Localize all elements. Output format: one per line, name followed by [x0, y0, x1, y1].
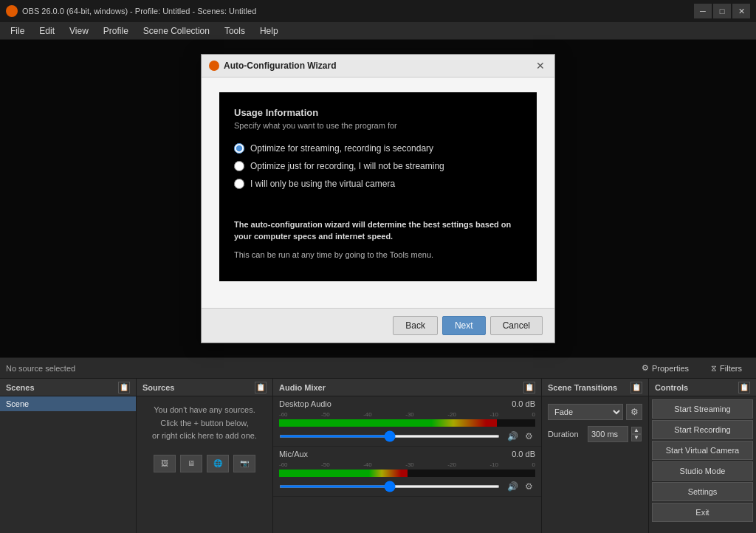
dialog-obs-icon [209, 61, 219, 71]
dialog-overlay: Auto-Configuration Wizard ✕ Usage Inform… [0, 40, 756, 357]
desktop-audio-controls: 🔊 ⚙ [279, 430, 535, 443]
menu-profile[interactable]: Profile [96, 24, 136, 38]
start-recording-button[interactable]: Start Recording [652, 420, 753, 439]
scenes-config-button[interactable]: 📋 [118, 382, 130, 393]
start-virtual-camera-button[interactable]: Start Virtual Camera [652, 441, 753, 460]
menu-file[interactable]: File [3, 24, 32, 38]
title-bar-controls: ─ □ ✕ [694, 4, 750, 18]
no-sources-text: You don't have any sources.Click the + b… [137, 396, 272, 450]
duration-arrows: ▲ ▼ [631, 427, 642, 441]
menu-view[interactable]: View [62, 24, 96, 38]
transition-settings-button[interactable]: ⚙ [626, 404, 642, 420]
desktop-audio-channel: Desktop Audio 0.0 dB -60 -50 -40 -30 -20… [273, 396, 541, 447]
sources-title: Sources [142, 383, 174, 392]
radio-recording[interactable] [234, 161, 244, 171]
source-bar: No source selected ⚙ Properties ⧖ Filter… [0, 358, 756, 379]
cancel-button[interactable]: Cancel [490, 316, 543, 335]
scene-item[interactable]: Scene [0, 396, 136, 411]
transitions-config-button[interactable]: 📋 [630, 382, 642, 393]
filters-tab[interactable]: ⧖ Filters [703, 361, 750, 375]
menu-tools[interactable]: Tools [217, 24, 252, 38]
radio-option-3[interactable]: I will only be using the virtual camera [234, 179, 522, 189]
desktop-audio-db: 0.0 dB [512, 399, 535, 408]
duration-up-button[interactable]: ▲ [631, 427, 642, 434]
obs-icon [6, 5, 18, 17]
scenes-panel: Scenes 📋 Scene + − ∧ ∨ [0, 379, 137, 533]
settings-button[interactable]: Settings [652, 482, 753, 501]
duration-down-button[interactable]: ▼ [631, 434, 642, 441]
controls-header: Controls 📋 [649, 379, 756, 396]
duration-row: Duration ▲ ▼ [542, 423, 648, 445]
minimize-button[interactable]: ─ [694, 4, 712, 18]
usage-title: Usage Information [234, 107, 522, 118]
controls-buttons: Start Streaming Start Recording Start Vi… [649, 396, 756, 526]
duration-input[interactable] [588, 426, 628, 442]
scenes-title: Scenes [6, 383, 35, 392]
mic-aux-header: Mic/Aux 0.0 dB [279, 450, 535, 458]
exit-button[interactable]: Exit [652, 503, 753, 522]
radio-option-1[interactable]: Optimize for streaming, recording is sec… [234, 143, 522, 154]
controls-config-button[interactable]: 📋 [738, 382, 750, 393]
dialog-title-left: Auto-Configuration Wizard [209, 61, 337, 71]
mic-aux-channel: Mic/Aux 0.0 dB -60 -50 -40 -30 -20 -10 0 [273, 447, 541, 497]
audio-mixer-config-button[interactable]: 📋 [523, 382, 535, 393]
sources-content: You don't have any sources.Click the + b… [137, 396, 272, 533]
auto-config-dialog: Auto-Configuration Wizard ✕ Usage Inform… [201, 54, 555, 344]
sources-config-button[interactable]: 📋 [255, 382, 267, 393]
radio-virtual-camera-label: I will only be using the virtual camera [250, 179, 395, 189]
desktop-audio-name: Desktop Audio [279, 399, 331, 408]
controls-title: Controls [655, 383, 688, 392]
sources-panel: Sources 📋 You don't have any sources.Cli… [137, 379, 273, 533]
radio-streaming[interactable] [234, 143, 244, 154]
properties-label: Properties [652, 364, 689, 373]
preview-area: Auto-Configuration Wizard ✕ Usage Inform… [0, 40, 756, 357]
mic-aux-controls: 🔊 ⚙ [279, 480, 535, 493]
dialog-info-text: The auto-configuration wizard will deter… [234, 219, 522, 261]
mic-aux-slider[interactable] [279, 485, 500, 488]
info-text-1: The auto-configuration wizard will deter… [234, 220, 511, 241]
desktop-audio-slider[interactable] [279, 435, 500, 438]
transitions-title: Scene Transitions [548, 383, 617, 392]
dialog-title-bar: Auto-Configuration Wizard ✕ [202, 55, 554, 78]
close-button[interactable]: ✕ [732, 4, 750, 18]
info-text-2: This can be run at any time by going to … [234, 249, 522, 261]
mic-aux-db: 0.0 dB [512, 450, 535, 458]
back-button[interactable]: Back [393, 316, 438, 335]
desktop-audio-fill [279, 419, 497, 427]
mic-aux-fill [279, 470, 408, 477]
radio-option-2[interactable]: Optimize just for recording, I will not … [234, 161, 522, 171]
display-source-icon: 🖥 [180, 455, 202, 472]
transitions-panel: Scene Transitions 📋 Fade Cut ⚙ Duration … [542, 379, 649, 533]
start-streaming-button[interactable]: Start Streaming [652, 399, 753, 419]
filters-icon: ⧖ [711, 363, 717, 373]
properties-icon: ⚙ [642, 363, 649, 373]
browser-source-icon: 🌐 [207, 455, 229, 472]
no-source-label: No source selected [6, 364, 75, 373]
radio-virtual-camera[interactable] [234, 179, 244, 189]
studio-mode-button[interactable]: Studio Mode [652, 461, 753, 481]
mic-aux-meter-labels: -60 -50 -40 -30 -20 -10 0 [279, 461, 535, 468]
menu-edit[interactable]: Edit [32, 24, 62, 38]
scenes-list: Scene [0, 396, 136, 533]
panels-row: Scenes 📋 Scene + − ∧ ∨ Sources 📋 You don… [0, 379, 756, 533]
desktop-audio-mute-button[interactable]: 🔊 [506, 430, 519, 443]
title-bar: OBS 26.0.0 (64-bit, windows) - Profile: … [0, 0, 756, 22]
duration-label: Duration [548, 430, 585, 439]
audio-mixer-header: Audio Mixer 📋 [273, 379, 541, 396]
transition-select[interactable]: Fade Cut [548, 404, 623, 420]
camera-source-icon: 📷 [233, 455, 255, 472]
title-bar-left: OBS 26.0.0 (64-bit, windows) - Profile: … [6, 5, 256, 17]
mic-aux-settings-button[interactable]: ⚙ [522, 480, 535, 493]
next-button[interactable]: Next [442, 316, 486, 335]
dialog-close-button[interactable]: ✕ [534, 59, 547, 72]
desktop-audio-meter-labels: -60 -50 -40 -30 -20 -10 0 [279, 411, 535, 418]
transition-select-row: Fade Cut ⚙ [542, 401, 648, 423]
filters-label: Filters [720, 364, 742, 373]
menu-help[interactable]: Help [252, 24, 286, 38]
properties-tab[interactable]: ⚙ Properties [633, 361, 697, 375]
mic-aux-mute-button[interactable]: 🔊 [506, 480, 519, 493]
maximize-button[interactable]: □ [713, 4, 731, 18]
desktop-audio-settings-button[interactable]: ⚙ [522, 430, 535, 443]
menu-scene-collection[interactable]: Scene Collection [136, 24, 217, 38]
desktop-audio-meter [279, 419, 535, 427]
